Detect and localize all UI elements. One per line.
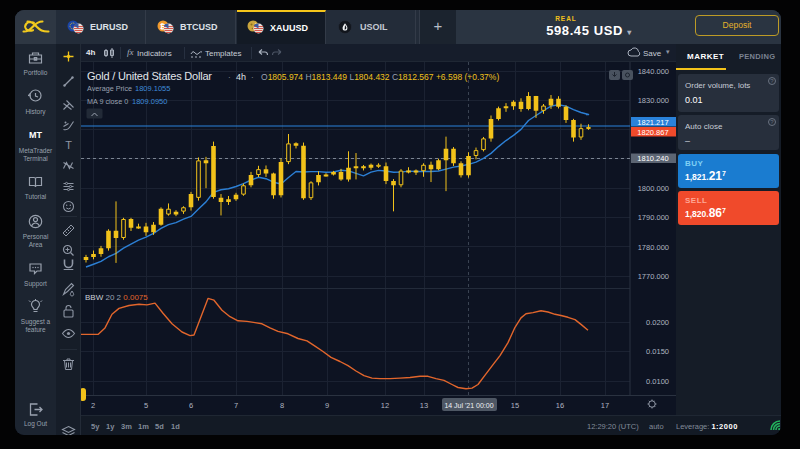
svg-text:1780.000: 1780.000 <box>638 243 669 252</box>
svg-text:17: 17 <box>601 401 609 410</box>
svg-text:1810.240: 1810.240 <box>637 154 668 163</box>
svg-text:12: 12 <box>381 401 389 410</box>
svg-text:1830.000: 1830.000 <box>638 96 669 105</box>
svg-text:Gold / United States Dollar: Gold / United States Dollar <box>87 70 212 82</box>
svg-text:Average Price: Average Price <box>87 84 132 93</box>
svg-text:1809.1055: 1809.1055 <box>135 84 170 93</box>
svg-text:2: 2 <box>91 401 95 410</box>
svg-text:1820.867: 1820.867 <box>637 128 668 137</box>
svg-text:15: 15 <box>511 401 519 410</box>
svg-text:1770.000: 1770.000 <box>638 272 669 281</box>
svg-text:·: · <box>251 73 254 82</box>
svg-text:5: 5 <box>144 401 148 410</box>
svg-text:1790.000: 1790.000 <box>638 213 669 222</box>
svg-text:BBW 20 2 0.0075: BBW 20 2 0.0075 <box>85 293 148 302</box>
svg-text:T: T <box>65 139 72 151</box>
svg-text:14 Jul '21 00:00: 14 Jul '21 00:00 <box>444 402 493 409</box>
svg-text:1809.0950: 1809.0950 <box>132 97 167 106</box>
svg-text:0.0150: 0.0150 <box>646 347 669 356</box>
svg-text:·: · <box>228 73 231 82</box>
svg-text:0.0200: 0.0200 <box>646 318 669 327</box>
svg-text:0.0100: 0.0100 <box>646 377 669 386</box>
svg-text:13: 13 <box>420 401 428 410</box>
svg-text:1821.217: 1821.217 <box>637 118 668 127</box>
svg-text:6: 6 <box>189 401 193 410</box>
svg-text:8: 8 <box>280 401 284 410</box>
svg-text:1800.000: 1800.000 <box>638 184 669 193</box>
svg-text:4h: 4h <box>236 72 246 82</box>
svg-text:1840.000: 1840.000 <box>638 67 669 76</box>
svg-text:9: 9 <box>325 401 329 410</box>
svg-text:16: 16 <box>556 401 564 410</box>
svg-text:7: 7 <box>234 401 238 410</box>
svg-text:O1805.974 H1813.449 L1804.432: O1805.974 H1813.449 L1804.432 C1812.567 … <box>261 72 499 82</box>
svg-text:MA 9 close 0: MA 9 close 0 <box>87 97 128 106</box>
